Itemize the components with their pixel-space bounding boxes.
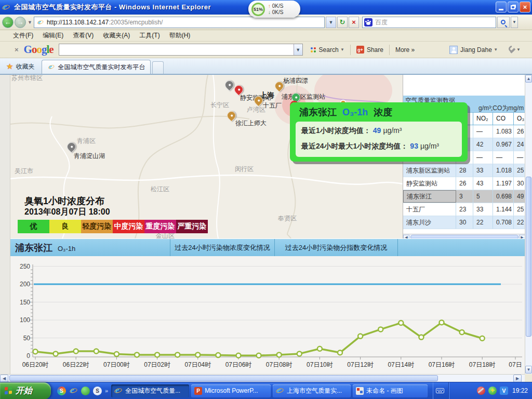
toolbar-settings-button[interactable]: ▼ [502,44,525,56]
table-row[interactable]: 浦东新区监测站28331.01825 [403,164,525,177]
sogou-icon[interactable]: S [57,387,66,395]
table-horizontal-scrollbar[interactable]: ◀ ▶ [403,234,525,238]
horizontal-scroll-thumb[interactable] [9,375,438,381]
toolbar-close-icon[interactable]: × [15,46,19,54]
baidu-search-input[interactable] [375,19,494,26]
history-chevron-icon[interactable]: ▼ [28,20,32,25]
ie-quicklaunch-icon[interactable]: e [69,387,78,395]
language-bar[interactable] [433,382,446,399]
table-row[interactable]: 浦东川沙30220.70822 [403,216,525,229]
legend-level-3: 中度污染 [113,220,144,233]
google-search-dropdown[interactable]: ▼ [294,44,302,55]
svg-text:07日06时: 07日06时 [225,361,252,368]
table-cell: CO [493,112,514,125]
popup-line2-unit: µg/m³ [420,142,439,150]
table-cell: 30 [456,216,473,229]
tray-antivirus-icon[interactable] [477,387,485,395]
table-row[interactable]: 十五厂23331.14425 [403,203,525,216]
browser-icon[interactable]: S [93,387,102,395]
task-button-1[interactable]: PMicrosoft PowerP... [191,384,271,397]
new-tab-stub[interactable] [152,61,164,74]
refresh-button[interactable]: ↻ [337,17,348,28]
table-cell: 0.967 [493,138,514,151]
table-scroll-right-arrow[interactable]: ▶ [519,235,525,238]
menu-item-1[interactable]: 编辑(E) [38,30,68,41]
scroll-up-arrow[interactable]: ▲ [525,75,532,83]
tab-concentration-trend[interactable]: 过去24小时污染物浓度变化情况 [170,243,274,252]
table-cell: 26 [514,125,525,138]
menu-item-0[interactable]: 文件(F) [8,30,38,41]
table-cell: 浦东川沙 [403,216,456,229]
taskbar-clock: 19:22 [512,387,528,394]
taskbar: 开始 S e S » e全国城市空气质量...PMicrosoft PowerP… [0,382,532,399]
menu-item-3[interactable]: 收藏夹(A) [98,30,135,41]
baidu-search-box[interactable] [362,17,496,28]
search-go-button[interactable] [497,17,510,28]
task-button-label: 全国城市空气质量... [125,387,180,395]
chart-svg: 05010015020025006日20时06日22时07日00时07日02时0… [10,256,525,374]
account-menu[interactable]: Jiang Dahe ▼ [445,44,502,56]
tray-messenger-icon[interactable]: V [500,387,508,395]
close-button[interactable]: × [520,2,530,12]
table-cell: — [473,151,493,164]
vertical-scroll-thumb[interactable] [526,177,531,337]
paint-icon [356,387,364,395]
tray-security-icon[interactable] [488,387,497,395]
tab-subindex-trend[interactable]: 过去24小时污染物分指数变化情况 [275,243,397,252]
table-cell: 0.698 [493,190,514,203]
quicklaunch-overflow-chevron[interactable]: » [105,388,108,394]
address-dropdown-button[interactable]: ▼ [326,17,336,28]
table-row[interactable]: 浦东张江350.69849 [403,190,525,203]
google-logo-letter: g [42,43,47,56]
more-menu[interactable]: More » [391,44,419,56]
google-search-input[interactable] [59,46,294,54]
table-scroll-thumb[interactable] [410,235,518,238]
table-row[interactable]: 静安监测站26431.19730 [403,177,525,190]
table-cell: 42 [473,138,493,151]
table-cell: 49 [514,190,525,203]
search-options-chevron[interactable]: ▼ [511,17,518,28]
google-search-button[interactable]: Search ▼ [306,44,349,56]
scroll-right-arrow[interactable]: ▶ [513,375,522,382]
task-button-2[interactable]: e上海市空气质量实... [273,384,351,397]
popup-line1-value: 49 [373,126,381,135]
google-search-field[interactable]: ▼ [59,44,303,56]
stop-button[interactable]: × [349,17,359,28]
table-scroll-left-arrow[interactable]: ◀ [403,235,409,238]
messenger-icon[interactable] [81,387,90,395]
favorites-button[interactable]: ★ 收藏夹 [1,60,39,73]
scroll-down-arrow[interactable]: ▼ [525,366,532,374]
menu-item-4[interactable]: 工具(T) [135,30,164,41]
restore-button[interactable] [508,2,518,12]
popup-title: 浦东张江 O₃-1h 浓度 [299,106,392,118]
station-label: 徐汇上师大 [235,119,267,128]
horizontal-scrollbar[interactable]: ◀ ▶ [0,374,525,382]
page-content: 苏州市辖区长宁区卢湾区青浦区吴江市松江区闵行区奉贤区金山区杨浦四漂静安监测站浦东… [0,74,532,382]
scrollbar-corner [525,374,532,382]
windows-flag-icon [4,387,12,395]
task-button-3[interactable]: 未命名 - 画图 [353,384,428,397]
avatar-icon [449,46,458,54]
minimize-button[interactable] [496,2,507,12]
table-cell: 23 [456,203,473,216]
table-cell: 22 [514,216,525,229]
task-button-0[interactable]: e全国城市空气质量... [111,384,189,397]
chart-header-bar: 浦东张江 O₃-1h 过去24小时污染物浓度变化情况 过去24小时污染物分指数变… [10,239,525,256]
forward-button[interactable]: → [15,17,26,28]
menu-item-5[interactable]: 帮助(H) [165,30,195,41]
google-toolbar: × Google ▼ Search ▼ g+ Share More » Jian… [0,42,532,58]
address-input[interactable]: e http://113.108.142.147:20035/emcpublis… [34,17,325,28]
google-logo: Google [24,43,54,56]
back-button[interactable]: ← [2,17,14,28]
tab-air-quality-platform[interactable]: e 全国城市空气质量实时发布平台 [42,60,151,74]
google-balls-icon [310,47,316,53]
menu-item-2[interactable]: 查看(V) [68,30,98,41]
district-label: 闵行区 [235,165,254,174]
table-cell: 0.708 [493,216,514,229]
scroll-left-arrow[interactable]: ◀ [0,375,8,382]
svg-text:50: 50 [23,335,31,342]
url-host: http://113.108.142.147 [47,19,109,26]
start-button[interactable]: 开始 [0,382,51,399]
share-button[interactable]: g+ Share [352,44,388,56]
vertical-scrollbar[interactable]: ▲ ▼ [525,75,532,374]
